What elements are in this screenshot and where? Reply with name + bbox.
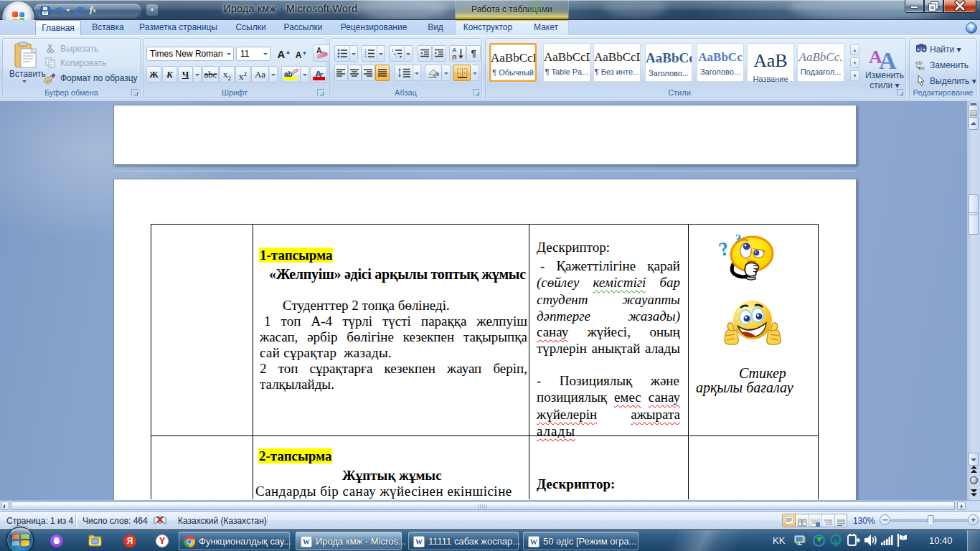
svg-text:i: i xyxy=(396,55,397,59)
svg-text:?: ? xyxy=(717,237,731,260)
svg-text:ac: ac xyxy=(918,65,925,70)
svg-text:3: 3 xyxy=(364,55,367,59)
svg-text:A: A xyxy=(879,47,897,70)
